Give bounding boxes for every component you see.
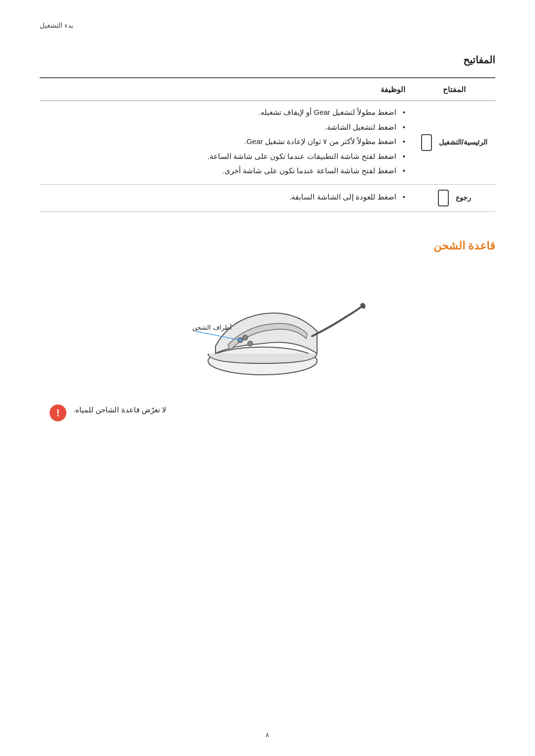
bullet-item: اضغط للعودة إلى الشاشة السابقة. [48, 191, 405, 203]
key-cell-back: رجوع [413, 184, 495, 211]
func-cell-home: اضغط مطولاً لتشغيل Gear أو لإيقاف تشغيله… [40, 101, 413, 185]
table-header-func: الوظيفة [40, 78, 413, 101]
key-cell-home: الرئيسية/التشغيل [413, 101, 495, 185]
key-name-home: الرئيسية/التشغيل [439, 137, 487, 149]
func-cell-back: اضغط للعودة إلى الشاشة السابقة. [40, 184, 413, 211]
svg-point-5 [239, 339, 242, 342]
charger-svg: أطراف الشحن [149, 267, 386, 386]
warning-icon: ! [50, 404, 66, 421]
svg-text:أطراف الشحن: أطراف الشحن [192, 323, 232, 332]
bullet-item: اضغط لفتح شاشة الساعة عندما تكون على شاش… [48, 164, 405, 177]
home-key-bullets: اضغط مطولاً لتشغيل Gear أو لإيقاف تشغيله… [48, 106, 405, 177]
svg-point-3 [248, 341, 253, 346]
warning-text: لا تعرّض قاعدة الشاحن للمياه. [73, 403, 166, 416]
page-section-label: بدء التشغيل [40, 20, 495, 32]
key-name-back: رجوع [456, 192, 471, 204]
back-key-bullets: اضغط للعودة إلى الشاشة السابقة. [48, 191, 405, 203]
bullet-item: اضغط لفتح شاشة التطبيقات عندما تكون على … [48, 150, 405, 163]
charging-title: قاعدة الشحن [40, 237, 495, 255]
table-row: رجوع اضغط للعودة إلى الشاشة السابقة. [40, 184, 495, 211]
key-icon-home [421, 134, 432, 151]
keys-title: المفاتيح [40, 51, 495, 68]
warning-box: لا تعرّض قاعدة الشاحن للمياه. ! [40, 403, 495, 421]
svg-point-2 [243, 335, 248, 340]
bullet-item: اضغط مطولاً لأكثر من ٧ ثوان لإعادة تشغيل… [48, 135, 405, 148]
charger-diagram: أطراف الشحن [40, 267, 495, 386]
charging-section: قاعدة الشحن [40, 237, 495, 421]
keys-section: المفاتيح المفتاح الوظيفة الرئيسية/التشغي… [40, 51, 495, 212]
table-header-key: المفتاح [413, 78, 495, 101]
key-icon-back [438, 190, 449, 206]
keys-table: المفتاح الوظيفة الرئيسية/التشغيل ا [40, 77, 495, 212]
page-number: ٨ [266, 729, 269, 741]
table-row: الرئيسية/التشغيل اضغط مطولاً لتشغيل Gear… [40, 101, 495, 185]
bullet-item: اضغط لتشغيل الشاشة. [48, 121, 405, 134]
bullet-item: اضغط مطولاً لتشغيل Gear أو لإيقاف تشغيله… [48, 106, 405, 119]
